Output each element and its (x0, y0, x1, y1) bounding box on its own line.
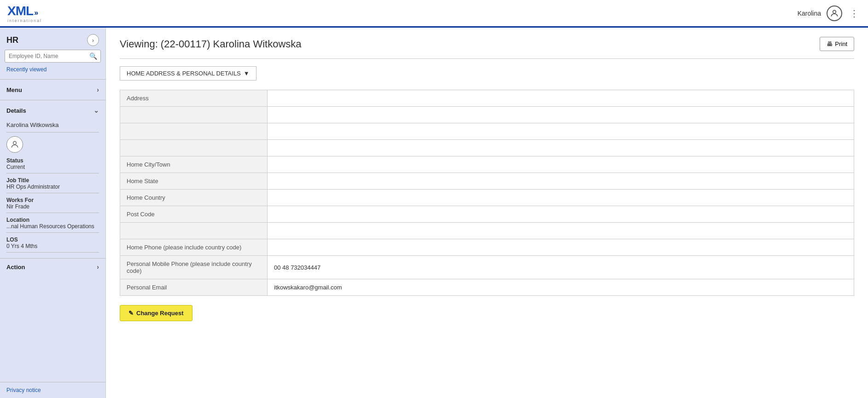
table-label-cell (120, 140, 268, 156)
table-label-cell: Address (120, 90, 268, 107)
search-box: 🔍 (5, 50, 101, 63)
logo-area: XML» international (7, 4, 42, 23)
search-button[interactable]: 🔍 (86, 50, 100, 62)
user-avatar-icon (830, 9, 839, 18)
section-dropdown-button[interactable]: HOME ADDRESS & PERSONAL DETAILS ▼ (120, 66, 256, 81)
menu-label: Menu (6, 87, 22, 93)
sidebar: HR › 🔍 Recently viewed Menu › Details ⌄ (0, 28, 106, 398)
page-title: Viewing: (22-00117) Karolina Witkowska (120, 38, 302, 50)
location-value: ...nal Human Resources Operations (6, 223, 99, 233)
table-value-cell (268, 107, 854, 123)
table-label-cell (120, 123, 268, 140)
sidebar-menu-section: Menu › (0, 81, 105, 98)
sidebar-menu-header[interactable]: Menu › (0, 81, 105, 98)
table-row: Post Code (120, 206, 854, 223)
recently-viewed-link[interactable]: Recently viewed (0, 66, 105, 77)
main-content: Viewing: (22-00117) Karolina Witkowska 🖶… (106, 28, 868, 398)
data-table: AddressHome City/TownHome StateHome Coun… (120, 90, 854, 296)
details-chevron-icon: ⌄ (93, 107, 99, 114)
table-label-cell: Home Phone (please include country code) (120, 239, 268, 256)
chevron-right-icon: › (92, 37, 94, 44)
page-header: Viewing: (22-00117) Karolina Witkowska 🖶… (120, 37, 854, 51)
table-value-cell (268, 173, 854, 190)
sidebar-details-content: Karolina Witkowska Status Current Job Ti… (0, 119, 105, 258)
table-label-cell (120, 223, 268, 239)
table-row: Home City/Town (120, 156, 854, 173)
table-row: Address (120, 90, 854, 107)
table-label-cell (120, 107, 268, 123)
table-value-cell (268, 123, 854, 140)
more-options-button[interactable]: ⋮ (848, 6, 861, 21)
table-value-cell: itkowskakaro@gmail.com (268, 279, 854, 296)
search-row: 🔍 (0, 50, 105, 66)
table-row: Personal Mobile Phone (please include co… (120, 256, 854, 279)
table-row: Home Phone (please include country code) (120, 239, 854, 256)
logo-arrows: » (34, 9, 38, 17)
sidebar-action-section: Action › (0, 258, 105, 275)
sidebar-divider-2 (0, 100, 105, 100)
table-row: Personal Emailitkowskakaro@gmail.com (120, 279, 854, 296)
sidebar-details-section: Details ⌄ Karolina Witkowska Status Curr… (0, 102, 105, 258)
nav-right: Karolina ⋮ (798, 6, 861, 21)
job-title-value: HR Ops Administrator (6, 184, 99, 193)
logo-text: XML» (7, 4, 38, 18)
search-input[interactable] (5, 51, 86, 62)
sidebar-hr-title: HR (6, 35, 18, 45)
sidebar-details-header[interactable]: Details ⌄ (0, 102, 105, 119)
pencil-icon: ✎ (128, 310, 134, 317)
los-label: LOS (6, 236, 99, 243)
svg-point-1 (13, 141, 17, 144)
table-label-cell: Home State (120, 173, 268, 190)
top-nav: XML» international Karolina ⋮ (0, 0, 868, 28)
table-label-cell: Personal Mobile Phone (please include co… (120, 256, 268, 279)
table-label-cell: Post Code (120, 206, 268, 223)
location-label: Location (6, 217, 99, 223)
section-divider (120, 58, 854, 59)
details-label: Details (6, 107, 26, 114)
los-value: 0 Yrs 4 Mths (6, 243, 99, 253)
avatar (6, 136, 23, 153)
user-name: Karolina (798, 10, 821, 17)
sidebar-hr-header: HR › (0, 28, 105, 50)
table-value-cell (268, 206, 854, 223)
menu-chevron-icon: › (97, 86, 99, 93)
logo: XML» international (7, 4, 42, 23)
section-dropdown-label: HOME ADDRESS & PERSONAL DETAILS (127, 70, 241, 77)
user-avatar-button[interactable] (827, 6, 842, 21)
table-value-cell (268, 223, 854, 239)
table-label-cell: Home City/Town (120, 156, 268, 173)
job-title-label: Job Title (6, 177, 99, 184)
printer-icon: 🖶 (827, 40, 833, 47)
table-label-cell: Personal Email (120, 279, 268, 296)
app-body: HR › 🔍 Recently viewed Menu › Details ⌄ (0, 28, 868, 398)
sidebar-divider (0, 79, 105, 80)
person-icon (10, 140, 19, 149)
works-for-value: Nir Frade (6, 203, 99, 213)
print-button[interactable]: 🖶 Print (820, 37, 854, 51)
sidebar-toggle-button[interactable]: › (87, 34, 99, 46)
status-value: Current (6, 164, 99, 173)
table-value-cell (268, 140, 854, 156)
table-value-cell (268, 90, 854, 107)
sidebar-action-header[interactable]: Action › (0, 258, 105, 275)
table-value-cell: 00 48 732034447 (268, 256, 854, 279)
table-row (120, 140, 854, 156)
status-label: Status (6, 157, 99, 164)
table-row: Home Country (120, 190, 854, 206)
sidebar-employee-name: Karolina Witkowska (6, 121, 99, 133)
table-row (120, 107, 854, 123)
action-chevron-icon: › (97, 263, 99, 271)
change-request-button[interactable]: ✎ Change Request (120, 305, 192, 321)
privacy-notice-link[interactable]: Privacy notice (0, 382, 105, 398)
table-row (120, 223, 854, 239)
logo-sub: international (7, 18, 42, 23)
action-label: Action (6, 264, 25, 271)
table-value-cell (268, 239, 854, 256)
table-label-cell: Home Country (120, 190, 268, 206)
print-label: Print (835, 40, 847, 47)
table-value-cell (268, 190, 854, 206)
change-request-label: Change Request (136, 310, 184, 317)
table-row (120, 123, 854, 140)
works-for-label: Works For (6, 197, 99, 203)
svg-point-0 (833, 10, 836, 13)
